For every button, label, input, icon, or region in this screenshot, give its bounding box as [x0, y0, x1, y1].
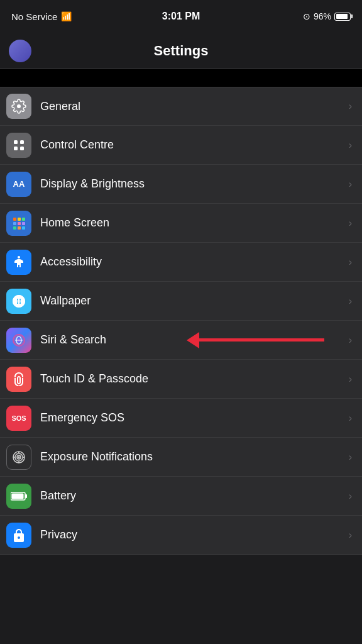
svg-rect-8: [13, 222, 16, 225]
svg-rect-28: [25, 494, 27, 498]
svg-rect-7: [22, 218, 25, 221]
settings-item-homescreen[interactable]: Home Screen›: [0, 204, 362, 243]
settings-item-wallpaper[interactable]: Wallpaper›: [0, 282, 362, 321]
settings-item-exposure[interactable]: Exposure Notifications›: [0, 438, 362, 477]
general-label: General: [40, 100, 349, 113]
wallpaper-chevron: ›: [349, 296, 352, 307]
svg-rect-1: [14, 140, 18, 144]
nav-bar: Settings: [0, 33, 362, 69]
settings-item-sos[interactable]: SOSEmergency SOS›: [0, 399, 362, 438]
battery-percent: 96%: [314, 11, 331, 21]
accessibility-label: Accessibility: [40, 255, 349, 269]
control-icon: [6, 133, 31, 158]
wallpaper-label: Wallpaper: [40, 294, 349, 308]
svg-point-22: [18, 457, 19, 458]
svg-rect-5: [13, 218, 16, 221]
accessibility-icon: [6, 250, 31, 275]
svg-rect-12: [18, 226, 21, 230]
svg-point-0: [17, 104, 21, 108]
status-left: No Service 📶: [11, 11, 72, 22]
homescreen-label: Home Screen: [40, 216, 349, 230]
svg-rect-9: [18, 222, 21, 225]
settings-item-privacy[interactable]: Privacy›: [0, 516, 362, 555]
wallpaper-icon: [6, 289, 31, 314]
touchid-icon: [6, 367, 31, 392]
svg-rect-3: [14, 147, 18, 150]
privacy-icon: [6, 523, 31, 548]
general-chevron: ›: [349, 101, 352, 112]
settings-item-display[interactable]: AADisplay & Brightness›: [0, 165, 362, 204]
display-icon: AA: [6, 172, 31, 197]
battery-chevron: ›: [349, 491, 352, 502]
homescreen-icon: [6, 211, 31, 236]
privacy-chevron: ›: [349, 530, 352, 541]
settings-item-general[interactable]: General›: [0, 87, 362, 126]
homescreen-chevron: ›: [349, 218, 352, 229]
settings-list: General› Control Centre›AADisplay & Brig…: [0, 87, 362, 555]
settings-item-control[interactable]: Control Centre›: [0, 126, 362, 165]
general-icon: [6, 94, 31, 119]
exposure-icon: [6, 445, 31, 470]
settings-item-siri[interactable]: Siri & Search ›: [0, 321, 362, 360]
control-chevron: ›: [349, 140, 352, 151]
location-icon: ⊙: [303, 11, 310, 21]
svg-rect-13: [22, 226, 25, 230]
exposure-chevron: ›: [349, 452, 352, 463]
control-label: Control Centre: [40, 138, 349, 152]
battery-icon: [6, 484, 31, 509]
back-avatar[interactable]: [9, 40, 31, 62]
svg-rect-2: [20, 140, 24, 144]
sos-label: Emergency SOS: [40, 411, 349, 425]
siri-label: Siri & Search: [40, 333, 349, 347]
carrier-text: No Service: [11, 11, 57, 22]
display-chevron: ›: [349, 179, 352, 190]
touchid-chevron: ›: [349, 374, 352, 385]
display-label: Display & Brightness: [40, 177, 349, 191]
touchid-label: Touch ID & Passcode: [40, 372, 349, 386]
sos-chevron: ›: [349, 413, 352, 424]
svg-rect-29: [12, 493, 24, 499]
settings-item-touchid[interactable]: Touch ID & Passcode›: [0, 360, 362, 399]
svg-rect-4: [20, 147, 24, 150]
svg-point-14: [18, 256, 20, 258]
sos-icon: SOS: [6, 406, 31, 431]
wifi-icon: 📶: [61, 11, 72, 21]
svg-rect-10: [22, 222, 25, 225]
siri-chevron: ›: [349, 335, 352, 346]
status-bar: No Service 📶 3:01 PM ⊙ 96%: [0, 0, 362, 33]
battery-label: Battery: [40, 489, 349, 502]
top-band: [0, 69, 362, 87]
accessibility-chevron: ›: [349, 257, 352, 268]
status-right: ⊙ 96%: [303, 11, 351, 21]
exposure-label: Exposure Notifications: [40, 450, 349, 464]
status-time: 3:01 PM: [162, 11, 200, 22]
svg-rect-11: [13, 226, 16, 230]
battery-icon: [334, 13, 351, 21]
svg-point-15: [17, 299, 21, 303]
siri-icon: [6, 328, 31, 353]
settings-item-battery[interactable]: Battery›: [0, 477, 362, 516]
svg-rect-6: [18, 218, 21, 221]
settings-item-accessibility[interactable]: Accessibility›: [0, 243, 362, 282]
page-title: Settings: [154, 43, 209, 59]
privacy-label: Privacy: [40, 528, 349, 541]
